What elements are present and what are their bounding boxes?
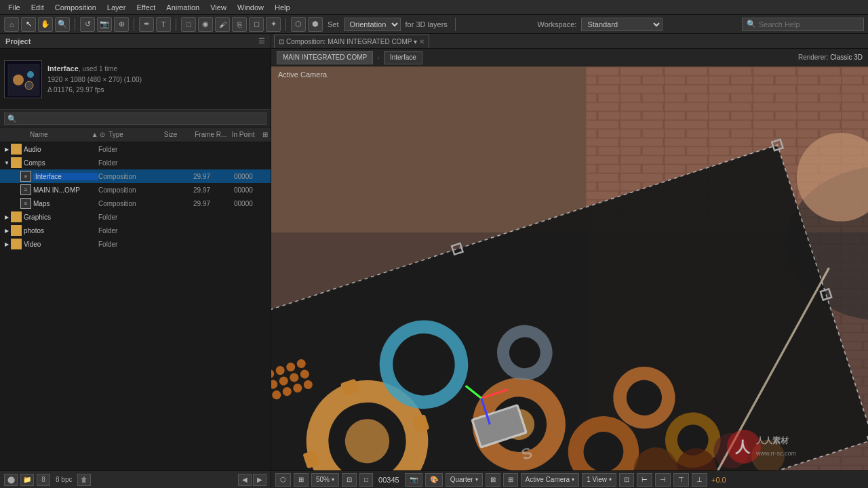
- expand-icon[interactable]: ▼: [3, 160, 11, 166]
- list-sort-icon[interactable]: ⊞: [262, 131, 268, 138]
- delete-btn[interactable]: 🗑: [77, 474, 91, 486]
- menu-item-help[interactable]: Help: [269, 2, 296, 13]
- toolbar-clone-btn[interactable]: ⎘: [232, 17, 247, 32]
- file-name: Interface: [33, 173, 98, 180]
- sep2: [134, 18, 134, 31]
- menu-item-effect[interactable]: Effect: [131, 2, 161, 13]
- toolbar-fill-btn[interactable]: ◉: [198, 17, 213, 32]
- quality-select-btn[interactable]: Quarter ▾: [446, 473, 483, 487]
- for-label: for 3D layers: [406, 20, 448, 28]
- col-size-header: Size: [164, 131, 195, 138]
- file-row-main-in...omp[interactable]: ≡MAIN IN...OMPComposition29.9700000: [0, 183, 271, 197]
- menu-item-layer[interactable]: Layer: [102, 2, 132, 13]
- sep4: [285, 18, 286, 31]
- folder-icon: [11, 211, 22, 222]
- file-row-audio[interactable]: ▶AudioFolder: [0, 142, 271, 156]
- menu-item-composition[interactable]: Composition: [50, 2, 102, 13]
- expand-icon[interactable]: ▶: [3, 241, 11, 247]
- toolbar-type-btn[interactable]: T: [156, 17, 171, 32]
- file-row-graphics[interactable]: ▶GraphicsFolder: [0, 210, 271, 224]
- menu-item-window[interactable]: Window: [232, 2, 269, 13]
- file-name: MAIN IN...OMP: [33, 186, 98, 194]
- file-row-video[interactable]: ▶VideoFolder: [0, 237, 271, 251]
- scroll-right-btn[interactable]: ▶: [253, 474, 267, 486]
- comp-dropdown-icon[interactable]: ▾: [414, 38, 417, 45]
- file-row-maps[interactable]: ≡MapsComposition29.9700000: [0, 197, 271, 210]
- file-row-interface[interactable]: ≡InterfaceComposition29.9700000: [0, 169, 271, 183]
- viewer-fit-btn[interactable]: ⊡: [342, 473, 357, 487]
- project-search-input[interactable]: [4, 113, 267, 125]
- viewer-toggle2-btn[interactable]: ⊞: [503, 473, 518, 487]
- toolbar-zoom-btn[interactable]: 🔍: [55, 17, 70, 32]
- bpc-btn[interactable]: 8: [37, 474, 50, 486]
- viewer-camera-icon-btn[interactable]: 📷: [405, 473, 422, 487]
- file-inpoint: 00000: [234, 173, 268, 180]
- toolbar-rotate-btn[interactable]: ↺: [80, 17, 95, 32]
- toolbar-pen-btn[interactable]: ✒: [139, 17, 154, 32]
- toolbar-select-btn[interactable]: ↖: [21, 17, 36, 32]
- toolbar-world-btn[interactable]: ⬢: [308, 17, 323, 32]
- search-input[interactable]: [759, 20, 859, 28]
- scroll-left-btn[interactable]: ◀: [238, 474, 252, 486]
- col-type-header: Type: [108, 131, 164, 138]
- workspace-select[interactable]: Standard: [581, 18, 663, 31]
- zoom-btn[interactable]: 50% ▾: [311, 473, 339, 487]
- file-list: ▶AudioFolder▼CompsFolder≡InterfaceCompos…: [0, 142, 271, 470]
- viewer-icon7-btn[interactable]: ⊤: [673, 473, 689, 487]
- comp-tab-interface[interactable]: Interface: [384, 51, 422, 64]
- viewer-icon3-btn[interactable]: □: [359, 473, 373, 487]
- viewer-icon2-btn[interactable]: ⊞: [294, 473, 309, 487]
- toolbar-rect-btn[interactable]: □: [181, 17, 196, 32]
- expand-icon[interactable]: ▶: [3, 146, 11, 152]
- project-panel-menu-icon[interactable]: ☰: [258, 37, 265, 45]
- comp-header: MAIN INTEGRATED COMP › Interface Rendere…: [271, 49, 868, 66]
- expand-icon[interactable]: ▶: [3, 214, 11, 220]
- active-camera-btn[interactable]: Active Camera ▾: [521, 473, 580, 487]
- file-name: Video: [24, 241, 98, 248]
- create-folder-btn[interactable]: 📁: [20, 474, 34, 486]
- toolbar-hand-btn[interactable]: ✋: [38, 17, 53, 32]
- menu-item-view[interactable]: View: [205, 2, 232, 13]
- toolbar-camera-btn[interactable]: 📷: [97, 17, 112, 32]
- breadcrumb-sep: ›: [377, 54, 380, 62]
- sort-icon[interactable]: ▲: [92, 131, 100, 138]
- viewer-icon8-btn[interactable]: ⊥: [692, 473, 707, 487]
- menu-item-edit[interactable]: Edit: [26, 2, 50, 13]
- orientation-select[interactable]: Orientation: [344, 18, 401, 31]
- file-framerate: 29.97: [193, 173, 234, 180]
- toolbar-puppet-btn[interactable]: ✦: [266, 17, 281, 32]
- create-new-item-btn[interactable]: ⬤: [4, 474, 18, 486]
- comp-close-icon[interactable]: ✕: [419, 38, 425, 45]
- comp-icon: ⊡: [279, 38, 284, 45]
- viewer-icon4-btn[interactable]: ⊡: [619, 473, 634, 487]
- preview-item-name: Interface, used 1 time: [47, 63, 142, 75]
- menu-item-file[interactable]: File: [3, 2, 26, 13]
- toolbar-brush-btn[interactable]: 🖌: [215, 17, 230, 32]
- comp-tab-main[interactable]: MAIN INTEGRATED COMP: [277, 51, 373, 64]
- viewer-toggle1-btn[interactable]: ⊠: [486, 473, 500, 487]
- toolbar-eraser-btn[interactable]: ◻: [249, 17, 264, 32]
- search-box[interactable]: 🔍: [742, 18, 864, 31]
- file-framerate: 29.97: [193, 200, 234, 207]
- views-btn[interactable]: 1 View ▾: [582, 473, 616, 487]
- file-type: Folder: [98, 146, 159, 153]
- viewer-icon1-btn[interactable]: ⬡: [275, 473, 291, 487]
- menu-item-animation[interactable]: Animation: [161, 2, 205, 13]
- viewer-icon6-btn[interactable]: ⊣: [655, 473, 671, 487]
- viewer-color-btn[interactable]: 🎨: [425, 473, 443, 487]
- file-row-comps[interactable]: ▼CompsFolder: [0, 156, 271, 169]
- file-row-photos[interactable]: ▶photosFolder: [0, 224, 271, 237]
- svg-point-3: [27, 71, 34, 78]
- sep5: [455, 18, 456, 31]
- toolbar-home-btn[interactable]: ⌂: [4, 17, 19, 32]
- project-panel-header: Project ☰: [0, 34, 271, 49]
- expand-icon[interactable]: ▶: [3, 228, 11, 234]
- filter-icon[interactable]: ⊙: [100, 131, 108, 138]
- viewer-icon5-btn[interactable]: ⊢: [637, 473, 652, 487]
- col-inpoint-header: In Point: [232, 131, 262, 138]
- preview-info: Interface, used 1 time 1920 × 1080 (480 …: [47, 63, 142, 95]
- viewport: Active Camera: [271, 66, 868, 470]
- file-type: Folder: [98, 214, 159, 221]
- toolbar-local-btn[interactable]: ⬡: [291, 17, 306, 32]
- toolbar-pan-btn[interactable]: ⊕: [114, 17, 129, 32]
